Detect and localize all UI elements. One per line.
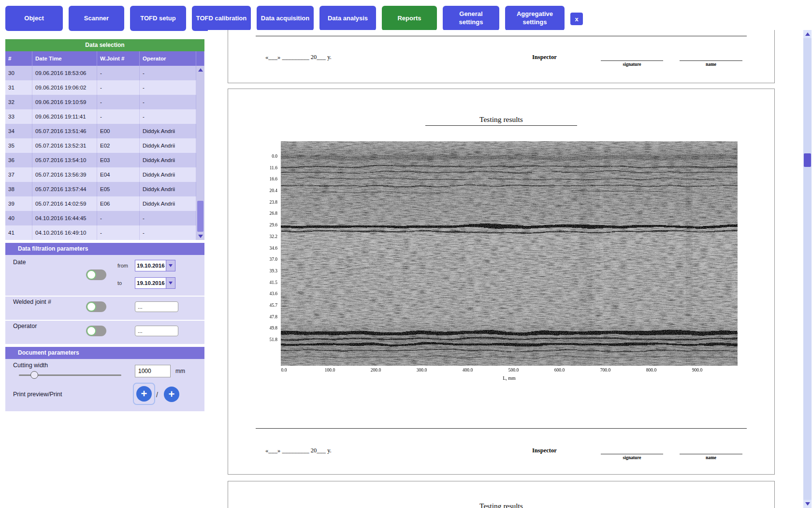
table-row[interactable]: 39 05.07.2016 14:02:59 E06 Diddyk Andrii (5, 196, 196, 211)
date-filter-label: Date (13, 259, 26, 266)
vertical-scrollbar[interactable] (803, 30, 812, 508)
col-num: # (5, 51, 32, 66)
triangle-up-icon (805, 32, 810, 36)
filtration-panel: Date from 19.10.2016 to 19.10.2016 Welde… (5, 255, 204, 344)
print-preview-focus-ring: + (133, 383, 155, 405)
page-rule (256, 428, 747, 429)
operator-label: Operator (13, 323, 37, 329)
app-window: Object Scanner TOFD setup TOFD calibrati… (0, 0, 812, 508)
tofd-scan-image (281, 141, 738, 366)
scrollbar-thumb[interactable] (197, 201, 203, 232)
toolbar: Object Scanner TOFD setup TOFD calibrati… (5, 6, 583, 31)
report-date-line: «___» _________ 20___ y. (265, 447, 332, 454)
x-tick: 300.0 (399, 368, 445, 373)
chevron-down-icon[interactable] (166, 260, 175, 271)
print-button[interactable]: + (164, 387, 179, 402)
report-date-line: «___» _________ 20___ y. (265, 54, 332, 61)
print-preview-button[interactable]: + (136, 386, 152, 402)
close-button[interactable]: x (570, 13, 583, 25)
name-line: name (680, 60, 742, 67)
scan-x-axis: 0.0 100.0 200.0 300.0 400.0 500.0 600.0 … (261, 368, 720, 373)
table-row[interactable]: 36 05.07.2016 13:54:10 E03 Diddyk Andrii (5, 153, 196, 167)
date-to-value: 19.10.2016 (135, 277, 166, 289)
x-tick: 0.0 (261, 368, 307, 373)
table-row[interactable]: 34 05.07.2016 13:51:46 E00 Diddyk Andrii (5, 124, 196, 138)
tab-scanner[interactable]: Scanner (69, 6, 124, 31)
toggle-knob (87, 302, 96, 312)
date-from-select[interactable]: 19.10.2016 (135, 260, 175, 271)
y-tick: 39.3 (269, 269, 277, 273)
tab-tofd-setup[interactable]: TOFD setup (130, 6, 186, 31)
x-tick: 800.0 (628, 368, 674, 373)
date-filter-toggle[interactable] (86, 269, 106, 280)
col-scroll-cap (196, 51, 204, 66)
report-page-1: «___» _________ 20___ y. Inspector signa… (228, 30, 775, 83)
welded-joint-toggle[interactable] (86, 301, 106, 312)
tab-aggregative-settings[interactable]: Aggregative settings (505, 6, 565, 31)
scroll-up-button[interactable] (803, 30, 812, 38)
y-tick: 29.6 (269, 223, 277, 227)
report-title: Testing results (228, 115, 774, 126)
tab-general-settings[interactable]: General settings (443, 6, 499, 31)
table-row[interactable]: 40 04.10.2016 16:44:45 - - (5, 211, 196, 225)
table-row[interactable]: 35 05.07.2016 13:52:31 E02 Diddyk Andrii (5, 138, 196, 153)
document-parameters-panel: Cutting width mm Print preview/Print + /… (5, 359, 204, 411)
x-tick: 400.0 (445, 368, 491, 373)
tab-tofd-calibration[interactable]: TOFD calibration (192, 6, 251, 31)
tab-reports[interactable]: Reports (382, 6, 437, 31)
triangle-down-icon (169, 264, 173, 267)
table-row[interactable]: 31 09.06.2016 19:06:02 - - (5, 80, 196, 95)
report-page-2: Testing results (228, 89, 775, 475)
scroll-down-button[interactable] (196, 232, 204, 240)
table-row[interactable]: 38 05.07.2016 13:57:44 E05 Diddyk Andrii (5, 182, 196, 196)
divider (5, 320, 204, 321)
date-from-value: 19.10.2016 (135, 260, 166, 271)
y-tick: 26.8 (269, 211, 277, 216)
welded-joint-label: Welded joint # (13, 299, 51, 305)
scroll-up-button[interactable] (196, 66, 204, 74)
data-table-body: 30 09.06.2016 18:53:06 - - 31 09.06.2016… (5, 66, 204, 240)
operator-toggle[interactable] (86, 326, 106, 336)
print-label: Print preview/Print (13, 391, 62, 398)
y-tick: 34.6 (269, 246, 277, 251)
page-rule (256, 36, 747, 36)
col-wjoint: W.Joint # (97, 51, 140, 66)
unit-label: mm (175, 368, 185, 374)
triangle-down-icon (169, 282, 173, 284)
table-row[interactable]: 41 04.10.2016 16:49:10 - - (5, 225, 196, 240)
tab-data-analysis[interactable]: Data analysis (319, 6, 376, 31)
table-row[interactable]: 33 09.06.2016 19:11:41 - - (5, 109, 196, 124)
x-tick: 700.0 (582, 368, 628, 373)
y-tick: 0.0 (272, 154, 277, 159)
toggle-knob (87, 326, 96, 336)
scroll-down-button[interactable] (803, 500, 812, 508)
slider-thumb[interactable] (30, 371, 38, 379)
table-row[interactable]: 32 09.06.2016 19:10:59 - - (5, 95, 196, 109)
welded-joint-input[interactable] (135, 301, 178, 312)
tab-object[interactable]: Object (5, 6, 63, 31)
inspector-label: Inspector (532, 54, 557, 61)
triangle-down-icon (198, 235, 203, 238)
col-datetime: Date Time (32, 51, 97, 66)
table-row[interactable]: 37 05.07.2016 13:56:39 E04 Diddyk Andrii (5, 167, 196, 182)
tab-data-acquisition[interactable]: Data acquisition (257, 6, 314, 31)
x-tick: 200.0 (353, 368, 399, 373)
cutting-width-input[interactable] (135, 365, 171, 377)
scan-y-axis: 0.0 11.6 16.6 20.4 23.8 26.8 29.6 32.2 3… (237, 154, 277, 342)
divider (5, 296, 204, 297)
operator-input[interactable] (135, 326, 178, 336)
date-to-select[interactable]: 19.10.2016 (135, 277, 175, 289)
signature-line: signature (601, 454, 663, 460)
y-tick: 32.2 (269, 234, 277, 239)
table-row[interactable]: 30 09.06.2016 18:53:06 - - (5, 66, 196, 80)
y-tick: 51.8 (269, 337, 277, 342)
toggle-knob (87, 270, 96, 280)
report-preview-area[interactable]: «___» _________ 20___ y. Inspector signa… (208, 30, 804, 508)
table-scrollbar[interactable] (196, 66, 204, 240)
chevron-down-icon[interactable] (166, 277, 175, 289)
signature-line: signature (601, 60, 663, 67)
x-tick: 500.0 (491, 368, 536, 373)
col-operator: Operator (140, 51, 196, 66)
table-header-row: # Date Time W.Joint # Operator (5, 51, 204, 66)
scrollbar-thumb[interactable] (804, 153, 811, 167)
